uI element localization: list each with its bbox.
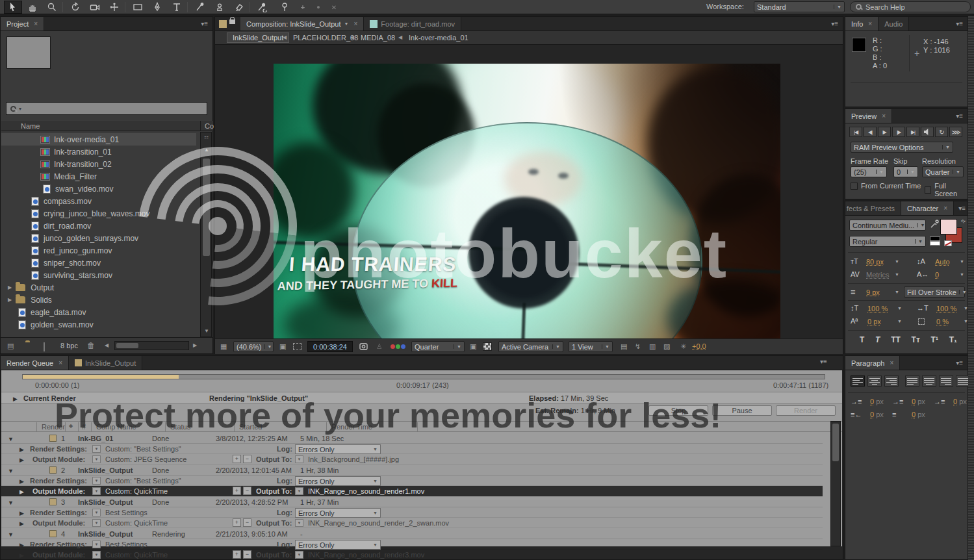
last-frame-button[interactable]: ▶| [906,127,919,137]
pause-button[interactable]: Pause [712,405,772,416]
add-output-module-icon[interactable]: + [233,455,241,463]
stroke-width-value[interactable]: 9 px [866,288,880,296]
twirl-icon[interactable]: ▶ [13,396,18,402]
close-icon[interactable]: × [34,20,38,27]
render-checkbox[interactable] [49,466,57,474]
viewer-pasteboard[interactable]: I HAD TRAINERS AND THEY TAUGHT ME TO KIL… [215,45,843,338]
loop-button[interactable]: ↻ [935,127,948,137]
list-item[interactable]: crying_junco_blue_waves.mov [1,207,196,220]
transparency-grid-icon[interactable] [483,342,492,351]
comp-timeline-icon[interactable]: ▥ [649,342,656,351]
stop-button[interactable]: Stop [648,405,708,416]
close-icon[interactable]: × [943,205,947,212]
chevron-down-icon[interactable]: ▼ [344,21,349,26]
subscript-button[interactable]: T₁ [949,335,957,344]
render-settings-row[interactable]: ▶ Render Settings: ▼ Custom: "Best Setti… [1,476,823,486]
rectangle-tool[interactable] [129,1,147,14]
exposure-icon[interactable]: ✳ [680,342,686,351]
justify-last-left-button[interactable] [905,375,919,387]
list-item[interactable]: ▶Output [1,281,196,294]
close-icon[interactable]: × [353,20,357,27]
scroll-down-icon[interactable]: ▼ [204,328,209,334]
flowchart-icon[interactable]: ⚏ [204,134,209,140]
col-status[interactable]: Status [170,423,190,431]
panel-menu-icon[interactable]: ▾≡ [951,17,968,31]
indent-field[interactable]: 0 px [870,411,884,418]
close-icon[interactable]: × [868,20,872,27]
baseline-shift-value[interactable]: 0 px [867,318,881,325]
scroll-up-icon[interactable]: ▲ [204,147,209,153]
kerning-value[interactable]: Metrics [866,271,889,279]
log-dropdown[interactable]: Errors Only▼ [295,444,381,454]
scroll-right-icon[interactable]: ▶ [193,342,197,348]
fast-previews-icon[interactable]: ↯ [635,342,641,351]
eyedropper-icon[interactable] [930,220,939,230]
list-item[interactable]: junco_golden_sunrays.mov [1,232,196,244]
pen-tool[interactable] [148,1,166,14]
panel-menu-icon[interactable]: ▾≡ [951,109,968,123]
brush-tool[interactable] [191,1,209,14]
panel-menu-icon[interactable]: ▾≡ [820,358,827,365]
indent-field[interactable]: 0 px [870,398,884,405]
swap-colors-icon[interactable]: ⇄ [960,218,967,225]
render-checkbox[interactable] [49,530,57,537]
graph-editor-icon[interactable]: ✕ [325,1,343,14]
remove-output-module-icon[interactable]: − [243,518,251,527]
log-dropdown[interactable]: Errors Only▼ [295,476,381,486]
breadcrumb-item[interactable]: Ink-over-media_01 [409,34,468,42]
list-item[interactable]: red_junco_gun.mov [1,244,196,257]
tab-timeline-inkslide[interactable]: InkSlide_Output [69,356,142,370]
render-settings-row[interactable]: ▶ Render Settings: ▼ Custom: "Best Setti… [1,444,823,454]
channel-icon[interactable] [391,344,395,349]
remove-output-module-icon[interactable]: − [243,487,251,495]
col-comp-name[interactable]: Comp Name [96,423,136,431]
eraser-tool[interactable] [230,1,248,14]
chevron-down-icon[interactable]: ▼ [960,259,964,264]
tab-render-queue[interactable]: Render Queue× [1,356,69,370]
next-frame-button[interactable]: |▶ [892,127,905,137]
list-item[interactable]: swan_video.mov [1,183,196,195]
first-frame-button[interactable]: |◀ [849,127,862,137]
list-item[interactable]: surviving_stars.mov [1,269,196,281]
align-right-button[interactable] [884,375,899,387]
list-item[interactable]: eagle_data.mov [1,306,196,318]
ram-preview-button[interactable]: ⋙ [949,127,962,137]
col-num[interactable]: # [82,423,86,431]
rotation-tool[interactable] [66,1,84,14]
output-module-row[interactable]: ▶ Output Module: ▼ Custom: JPEG Sequence… [1,454,823,465]
render-item-row[interactable]: ▼ 2 InkSlide_Output Done 2/20/2013, 12:0… [1,465,823,476]
align-center-button[interactable] [867,375,882,387]
target-region-icon[interactable]: ▣ [470,342,476,351]
output-module-row[interactable]: ▶ Output Module: ▼ Custom: QuickTime + −… [1,550,823,560]
col-render-time[interactable]: Render Time [331,423,372,431]
add-output-module-icon[interactable]: + [233,550,241,559]
list-item[interactable]: Ink-transition_02 [1,158,196,170]
clone-stamp-tool[interactable] [211,1,229,14]
selection-tool[interactable] [4,1,22,14]
project-search-input[interactable]: ▾ [6,102,207,115]
region-of-interest-icon[interactable] [293,343,301,350]
panel-menu-icon[interactable]: ▾≡ [196,17,212,31]
tab-footage[interactable]: Footage: dirt_road.mov [364,17,461,31]
justify-last-center-button[interactable] [922,375,936,387]
list-item[interactable]: dirt_road.mov [1,220,196,232]
panel-menu-icon[interactable]: ▾≡ [827,17,843,31]
audio-button[interactable] [921,127,934,137]
no-color-swatch[interactable] [944,240,952,246]
frame-rate-dropdown[interactable]: (25)▼ [851,166,887,177]
view-layout-dropdown[interactable]: 1 View▼ [569,341,613,352]
chevron-down-icon[interactable]: ▼ [960,272,964,277]
ram-preview-options-dropdown[interactable]: RAM Preview Options▼ [851,142,953,153]
type-tool[interactable] [168,1,186,14]
twirl-icon[interactable]: ▶ [8,285,12,290]
render-checkbox[interactable] [49,498,57,505]
small-caps-button[interactable]: Tт [912,335,920,344]
indent-field[interactable]: 0 px [912,411,925,418]
chevron-down-icon[interactable]: ▼ [897,306,902,311]
render-item-row[interactable]: ▼ 1 Ink-BG_01 Done 3/8/2012, 12:25:25 AM… [1,433,823,444]
fill-color-swatch[interactable] [940,219,957,235]
magnification-dropdown[interactable]: (40.6%)▼ [233,341,274,352]
tab-project[interactable]: Project× [1,17,44,31]
font-family-dropdown[interactable]: Continuum Mediu...▼ [849,220,926,231]
list-item[interactable]: Ink-over-media_01 [1,133,196,146]
